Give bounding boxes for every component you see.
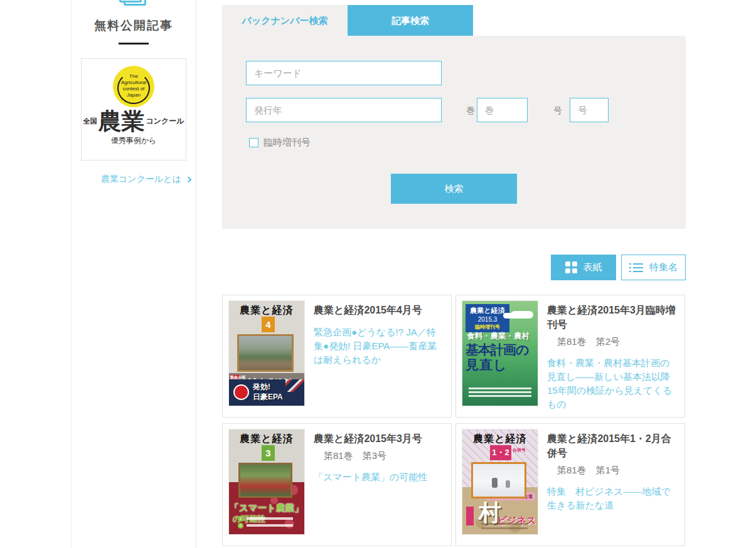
free-articles-stack-icon	[119, 0, 148, 8]
cover-masthead: 農業と経済	[462, 429, 538, 446]
cover-issue-number: 4	[262, 317, 275, 332]
agricultural-contest-badge[interactable]: The Agricultural contest of Japan 全国 農業 …	[81, 58, 186, 161]
cover-subline: 食料・農業・農村	[467, 331, 530, 342]
page: 無料公開記事 The Agricultural contest of Japan…	[0, 0, 756, 548]
tab-backnumber-search[interactable]: バックナンバー検索	[222, 5, 348, 36]
view-toggle-feature-label: 特集名	[649, 261, 678, 273]
cover-edition: 合併号	[513, 447, 526, 453]
contest-suffix: コンクール	[146, 116, 184, 127]
view-toggle-feature-button[interactable]: 特集名	[621, 255, 686, 280]
contest-title: 全国 農業 コンクール	[82, 110, 186, 133]
cover-photo	[471, 462, 526, 498]
magazine-title[interactable]: 農業と経済2015年4月号	[314, 303, 444, 317]
cover-issue-number: 1・2	[490, 445, 511, 460]
special-issue-row: 臨時増刊号	[249, 137, 311, 149]
card-text: 農業と経済2015年4月号 緊急企画●どうなる!? JA／特集●発効! 日豪EP…	[314, 303, 444, 366]
special-issue-checkbox[interactable]	[249, 138, 258, 147]
card-text: 農業と経済2015年3月号 第81巻 第3号 「スマート農業」の可能性	[314, 431, 444, 484]
sidebar-divider	[119, 43, 149, 45]
seal-text: The Agricultural contest of Japan	[113, 73, 154, 98]
special-issue-label: 臨時増刊号	[264, 137, 311, 149]
grid-view-icon	[565, 261, 577, 273]
magazine-volume: 第81巻 第1号	[557, 465, 677, 477]
cover-list-item: 2	[238, 524, 293, 527]
magazine-card-2015-03-special[interactable]: 農業と経済 2015.3 臨時増刊号 食料・農業・農村 基本計画の 見直し 農業…	[455, 295, 685, 418]
australia-flag-icon	[285, 379, 304, 392]
cover-bottom-strip: 発効! 日豪EPA	[229, 379, 304, 406]
japan-flag-icon	[233, 384, 249, 400]
contest-main: 農業	[98, 110, 144, 133]
cover-tag	[466, 507, 474, 525]
publication-year-input[interactable]	[246, 98, 442, 122]
volume-input[interactable]	[477, 98, 528, 122]
cover-fine-print	[462, 386, 538, 397]
search-tabs: バックナンバー検索 記事検索	[222, 5, 473, 36]
cover-masthead: 農業と経済	[467, 306, 508, 315]
cover-masthead: 農業と経済	[229, 429, 304, 446]
cover-masthead: 農業と経済	[229, 301, 304, 317]
magazine-title[interactable]: 農業と経済2015年3月号	[314, 431, 444, 446]
issue-input[interactable]	[570, 98, 609, 122]
contest-caption: 優秀事例から	[82, 135, 186, 146]
search-button[interactable]: 検索	[391, 174, 517, 204]
magazine-feature-link[interactable]: 食料・農業・農村基本計画の見直し——新しい基本法以降15年間の検証から見えてくる…	[547, 356, 677, 411]
magazine-card-2015-01-02[interactable]: 農業と経済 1・2 合併号 村 ビジネス 地域で生きる新たな道 農業と経済201…	[455, 423, 685, 546]
search-panel: 巻 号 臨時増刊号 検索	[222, 36, 686, 229]
magazine-cover-2015-03[interactable]: 農業と経済 3 「スマート農業」 の可能性 1 2	[229, 429, 304, 534]
cover-photo	[237, 334, 294, 372]
cover-subline2: 日豪EPA	[253, 392, 283, 402]
cover-fine-print	[477, 520, 531, 529]
cover-subline1: 発効!	[253, 382, 283, 392]
chevron-right-icon	[186, 176, 192, 182]
magazine-volume: 第81巻 第3号	[324, 450, 444, 462]
card-text: 農業と経済2015年1・2月合併号 第81巻 第1号 特集 村ビジネス——地域で…	[547, 431, 677, 512]
magazine-feature-link[interactable]: 「スマート農業」の可能性	[314, 470, 444, 484]
contest-seal-icon: The Agricultural contest of Japan	[113, 66, 154, 107]
magazine-feature-link[interactable]: 緊急企画●どうなる!? JA／特集●発効! 日豪EPA——畜産業は耐えられるか	[314, 325, 444, 366]
cover-header-block: 農業と経済 2015.3 臨時増刊号	[466, 304, 509, 332]
magazine-card-2015-04[interactable]: 農業と経済 4 緊急企画 どうなる!?JA 発効! 日豪EPA 農業と経済201…	[222, 295, 452, 418]
contest-info-link-label: 農業コンクールとは	[101, 174, 181, 185]
cover-list-item: 1	[238, 517, 293, 520]
cover-edition: 臨時増刊号	[467, 324, 508, 330]
contest-prefix: 全国	[83, 117, 97, 126]
contest-info-link[interactable]: 農業コンクールとは	[101, 174, 191, 185]
cover-headline: 「スマート農業」	[229, 502, 304, 514]
cover-headline2: 見直し	[466, 356, 508, 374]
magazine-cover-2015-03-special[interactable]: 農業と経済 2015.3 臨時増刊号 食料・農業・農村 基本計画の 見直し	[462, 301, 538, 406]
magazine-cover-2015-04[interactable]: 農業と経済 4 緊急企画 どうなる!?JA 発効! 日豪EPA	[229, 301, 304, 406]
cloud-decoration	[511, 311, 533, 319]
magazine-feature-link[interactable]: 特集 村ビジネス——地域で生きる新たな道	[547, 485, 677, 512]
sidebar: 無料公開記事 The Agricultural contest of Japan…	[71, 0, 196, 548]
view-toggle-cover-button[interactable]: 表紙	[551, 255, 616, 280]
magazine-title[interactable]: 農業と経済2015年3月臨時増刊号	[547, 303, 677, 332]
magazine-title[interactable]: 農業と経済2015年1・2月合併号	[547, 431, 677, 460]
card-text: 農業と経済2015年3月臨時増刊号 第81巻 第2号 食料・農業・農村基本計画の…	[547, 303, 677, 411]
view-toggle-cover-label: 表紙	[583, 261, 602, 273]
cover-issue-number: 3	[262, 445, 275, 461]
cover-photo	[238, 463, 292, 498]
magazine-volume: 第81巻 第2号	[557, 336, 677, 348]
magazine-cover-2015-01-02[interactable]: 農業と経済 1・2 合併号 村 ビジネス 地域で生きる新たな道	[462, 429, 538, 534]
keyword-input[interactable]	[246, 61, 442, 85]
magazine-card-2015-03[interactable]: 農業と経済 3 「スマート農業」 の可能性 1 2 農業と経済2015年3月号 …	[222, 423, 452, 546]
tab-article-search[interactable]: 記事検索	[348, 5, 473, 36]
issue-label: 号	[553, 105, 562, 117]
sidebar-title: 無料公開記事	[72, 18, 196, 34]
volume-label: 巻	[466, 105, 475, 117]
list-view-icon	[629, 263, 643, 273]
cover-date: 2015.3	[467, 316, 508, 323]
